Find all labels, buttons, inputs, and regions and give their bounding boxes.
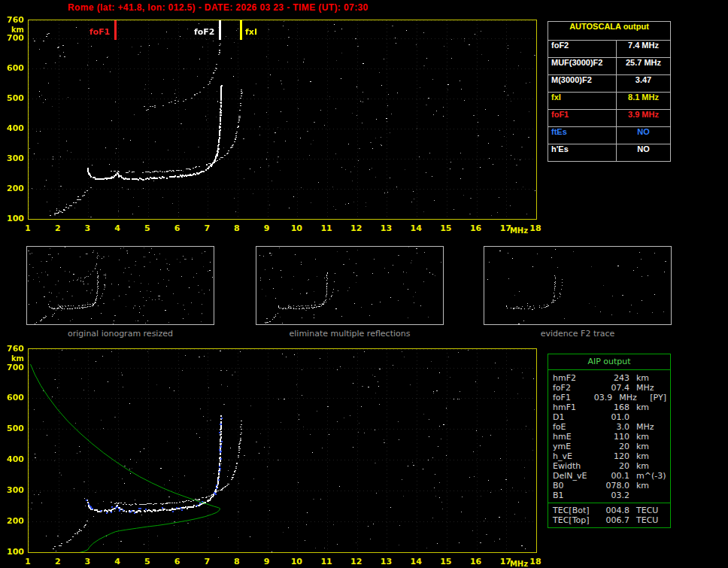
thumbnail-caption-cleaned: eliminate multiple reflections <box>256 329 444 339</box>
aip-table-header: AIP output <box>548 354 670 370</box>
aip-param-unit <box>636 491 666 500</box>
x-tick-label: 11 <box>320 223 333 233</box>
x-tick-label: 15 <box>439 557 453 566</box>
thumbnail-caption-original: original ionogram resized <box>26 329 214 339</box>
autoscala-row: h'EsNO <box>548 144 670 161</box>
profile-ionogram-plot <box>28 348 537 553</box>
y-tick-label: 600 <box>3 393 24 402</box>
aip-row: DelN_vE00.1m^(-3) <box>553 471 666 481</box>
aip-table-body: hmF2243kmfoF207.4MHzfoF103.9MHz[PY]hmF11… <box>548 370 670 503</box>
y-tick-label: 100 <box>3 214 24 223</box>
autoscala-param-value: 3.9 MHz <box>617 110 670 126</box>
x-tick-label: 2 <box>51 223 65 233</box>
fof2-marker-line <box>219 20 221 40</box>
y-axis-unit-label: km <box>3 354 24 363</box>
x-tick-label: 13 <box>379 223 393 233</box>
fof2-marker-label: foF2 <box>194 27 215 37</box>
aip-param-unit: TECU <box>636 506 666 515</box>
aip-param-name: B1 <box>553 491 602 500</box>
x-axis-unit-label: MHz <box>508 226 529 235</box>
x-axis-unit-label: MHz <box>508 560 529 568</box>
aip-row: h_vE120km <box>553 451 666 461</box>
aip-param-value: 03.9 <box>585 393 612 402</box>
aip-table-tec-rows: TEC[Bot]004.8TECUTEC[Top]006.7TECU <box>548 503 670 527</box>
x-tick-label: 1 <box>21 557 35 566</box>
x-tick-label: 15 <box>439 223 453 233</box>
aip-param-name: TEC[Bot] <box>553 506 602 515</box>
x-tick-label: 4 <box>111 557 124 566</box>
x-tick-label: 5 <box>141 557 154 566</box>
y-tick-label: 700 <box>3 33 24 43</box>
y-tick-label: 400 <box>3 454 24 464</box>
aip-row: hmF2243km <box>553 373 666 383</box>
autoscala-param-value: 3.47 <box>617 75 670 92</box>
x-tick-label: 2 <box>51 557 65 566</box>
aip-param-unit: m^(-3) <box>636 471 666 481</box>
y-tick-label: 760 <box>3 15 24 25</box>
x-tick-label: 6 <box>171 223 184 233</box>
aip-param-extra: [PY] <box>650 393 666 402</box>
aip-param-unit: MHz <box>636 422 666 432</box>
aip-row: TEC[Top]006.7TECU <box>553 515 666 525</box>
main-ionogram-plot: foF1foF2fxI <box>28 20 537 220</box>
autoscala-row: foF27.4 MHz <box>548 41 670 58</box>
main-ionogram-canvas <box>29 20 536 219</box>
x-tick-label: 9 <box>260 223 274 233</box>
autoscala-row: ftEsNO <box>548 127 670 144</box>
autoscala-output-screen: Rome (lat: +41.8, lon: 012.5) - DATE: 20… <box>0 0 728 568</box>
aip-param-unit: TECU <box>636 515 666 525</box>
thumbnail-f2-canvas <box>484 247 671 324</box>
aip-param-value: 110 <box>602 432 629 442</box>
x-tick-label: 14 <box>409 557 423 566</box>
aip-row: B0078.0km <box>553 481 666 491</box>
aip-param-value: 20 <box>602 461 629 471</box>
aip-param-name: h_vE <box>553 451 602 461</box>
aip-param-value: 07.4 <box>602 383 629 393</box>
aip-param-unit: MHz <box>636 383 666 393</box>
y-tick-label: 500 <box>3 93 24 103</box>
y-tick-label: 700 <box>3 363 24 372</box>
autoscala-param-label: h'Es <box>548 144 617 161</box>
x-tick-label: 14 <box>409 223 423 233</box>
y-tick-label: 300 <box>3 485 24 495</box>
x-tick-label: 7 <box>200 223 214 233</box>
aip-row: TEC[Bot]004.8TECU <box>553 506 666 515</box>
y-tick-label: 300 <box>3 153 24 163</box>
autoscala-param-value: NO <box>617 144 670 161</box>
aip-param-value: 004.8 <box>602 506 629 515</box>
x-tick-label: 12 <box>350 557 363 566</box>
x-tick-label: 13 <box>379 557 393 566</box>
thumbnail-cleaned-canvas <box>256 247 443 324</box>
aip-row: foE3.0MHz <box>553 422 666 432</box>
autoscala-output-table: AUTOSCALA output foF27.4 MHzMUF(3000)F22… <box>548 21 671 162</box>
autoscala-param-value: 25.7 MHz <box>617 58 670 74</box>
thumbnail-original-canvas <box>27 247 214 324</box>
aip-param-name: TEC[Top] <box>553 515 602 525</box>
aip-row: D101.0 <box>553 412 666 422</box>
thumbnail-cleaned-ionogram <box>256 246 444 325</box>
x-tick-label: 5 <box>141 223 154 233</box>
aip-row: hmF1168km <box>553 402 666 412</box>
aip-row: foF207.4MHz <box>553 383 666 393</box>
y-tick-label: 200 <box>3 184 24 193</box>
thumbnail-original-ionogram <box>26 246 214 325</box>
x-tick-label: 10 <box>290 557 303 566</box>
x-tick-label: 18 <box>529 223 542 233</box>
aip-param-name: D1 <box>553 412 602 422</box>
aip-row: B103.2 <box>553 491 666 500</box>
aip-row: hmE110km <box>553 432 666 442</box>
thumbnail-caption-f2: evidence F2 trace <box>484 329 672 339</box>
fof1-marker-label: foF1 <box>89 27 111 37</box>
aip-param-unit: km <box>636 451 666 461</box>
fxi-marker-label: fxI <box>245 27 257 37</box>
autoscala-param-label: foF1 <box>548 110 617 126</box>
aip-param-name: hmE <box>553 432 602 442</box>
x-tick-label: 7 <box>200 557 214 566</box>
x-tick-label: 8 <box>230 223 244 233</box>
autoscala-row: foF13.9 MHz <box>548 110 670 127</box>
aip-row: Ewidth20km <box>553 461 666 471</box>
profile-ionogram-canvas <box>29 349 536 552</box>
aip-param-unit: km <box>636 461 666 471</box>
fof1-marker-line <box>114 20 117 40</box>
aip-param-name: Ewidth <box>553 461 602 471</box>
